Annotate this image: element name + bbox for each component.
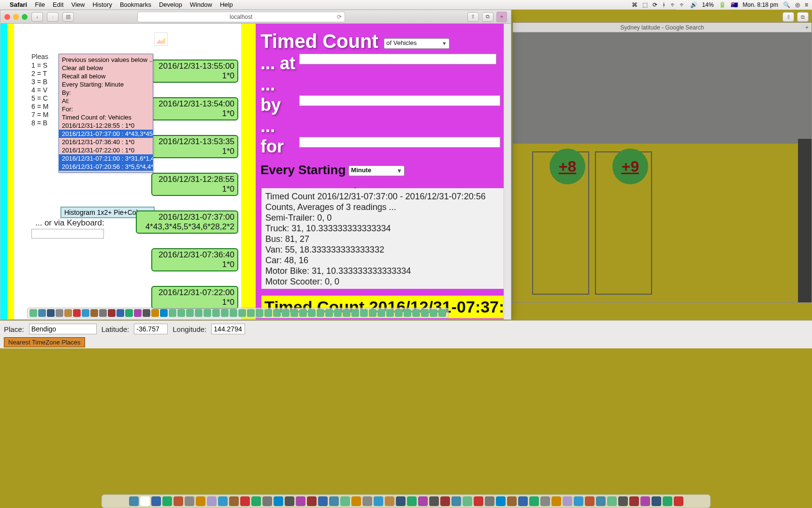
dock-app-icon[interactable] bbox=[574, 496, 583, 506]
dock-app-icon[interactable] bbox=[264, 309, 272, 317]
timestamp-box[interactable]: 2016/12/31-13:53:351*0 bbox=[151, 135, 238, 158]
dock-app-icon[interactable] bbox=[596, 496, 606, 506]
maximize-button[interactable] bbox=[22, 14, 28, 20]
dock-app-icon[interactable] bbox=[143, 309, 150, 317]
dock-app-icon[interactable] bbox=[196, 496, 205, 506]
dropdown-item[interactable]: For: bbox=[59, 105, 153, 113]
dock-app-icon[interactable] bbox=[325, 309, 333, 317]
place-input[interactable] bbox=[29, 324, 97, 334]
dock-app-icon[interactable] bbox=[203, 309, 211, 317]
dock-app-icon[interactable] bbox=[421, 309, 429, 317]
dock-app-icon[interactable] bbox=[174, 496, 183, 506]
dock-app-icon[interactable] bbox=[169, 309, 176, 317]
dock-app-icon[interactable] bbox=[334, 309, 342, 317]
dock-app-icon[interactable] bbox=[386, 309, 394, 317]
clock2[interactable]: Mon. 8:18 pm bbox=[743, 1, 778, 8]
dock-app-icon[interactable] bbox=[290, 309, 298, 317]
dock-app-icon[interactable] bbox=[640, 496, 650, 506]
dock-app-icon[interactable] bbox=[160, 309, 168, 317]
menubar-app[interactable]: Safari bbox=[10, 1, 27, 8]
dock-app-icon[interactable] bbox=[207, 496, 217, 506]
dock-app-icon[interactable] bbox=[195, 309, 203, 317]
dock-app-icon[interactable] bbox=[540, 496, 550, 506]
dock-app-icon[interactable] bbox=[374, 496, 383, 506]
menu-file[interactable]: File bbox=[35, 1, 45, 8]
sync-icon[interactable]: ⟳ bbox=[652, 1, 657, 8]
dock-app-icon[interactable] bbox=[412, 309, 420, 317]
dock-app-icon[interactable] bbox=[56, 309, 63, 317]
timestamp-box[interactable]: 2016/12/31-07:37:004*43,3*45,5*34,6*28,2… bbox=[136, 210, 238, 234]
dock-app-icon[interactable] bbox=[90, 309, 98, 317]
dropdown-item[interactable]: 2016/12/31-07:21:00 : 3*31,6*1,4*7,5 bbox=[59, 154, 153, 163]
tz-plus9-button[interactable]: +9 bbox=[612, 149, 648, 184]
dock-app-icon[interactable] bbox=[308, 309, 316, 317]
dock-app-icon[interactable] bbox=[307, 496, 317, 506]
close-button[interactable] bbox=[4, 14, 10, 20]
dock-app-icon[interactable] bbox=[116, 309, 124, 317]
dropdown-item[interactable]: 2016/12/31-07:20:56 : 3*5,5*4,4*5,6 bbox=[59, 163, 153, 171]
dock-app-icon[interactable] bbox=[151, 496, 161, 506]
status-icon[interactable]: ⌘ bbox=[632, 1, 638, 8]
dock-app-icon[interactable] bbox=[177, 309, 185, 317]
dock-app-icon[interactable] bbox=[396, 496, 406, 506]
dock-small[interactable] bbox=[27, 308, 449, 318]
dock-app-icon[interactable] bbox=[343, 309, 350, 317]
newtab-button[interactable]: + bbox=[496, 12, 507, 22]
dock-app-icon[interactable] bbox=[629, 496, 639, 506]
dock-app-icon[interactable] bbox=[212, 309, 220, 317]
dock-app-icon[interactable] bbox=[585, 496, 594, 506]
dock-app-icon[interactable] bbox=[674, 496, 683, 506]
dock-app-icon[interactable] bbox=[262, 496, 272, 506]
dock-app-icon[interactable] bbox=[247, 309, 255, 317]
dropdown-item[interactable]: Every Starting: Minute bbox=[59, 80, 153, 89]
background-browser-window[interactable]: ⇧ ⧉ Sydney latitude - Google Search+ +8 … bbox=[512, 22, 812, 303]
tz-plus8-button[interactable]: +8 bbox=[550, 149, 585, 184]
dock-app-icon[interactable] bbox=[108, 309, 116, 317]
dock-app-icon[interactable] bbox=[47, 309, 55, 317]
dock-app-icon[interactable] bbox=[485, 496, 494, 506]
dock-app-icon[interactable] bbox=[125, 309, 133, 317]
at-input[interactable] bbox=[299, 54, 496, 64]
dock-app-icon[interactable] bbox=[496, 496, 506, 506]
dock-app-icon[interactable] bbox=[299, 309, 307, 317]
dock-app-icon[interactable] bbox=[29, 309, 37, 317]
dock-app-icon[interactable] bbox=[273, 309, 281, 317]
dock-app-icon[interactable] bbox=[518, 496, 528, 506]
dock-app-icon[interactable] bbox=[451, 496, 461, 506]
dock-app-icon[interactable] bbox=[340, 496, 350, 506]
dock-app-icon[interactable] bbox=[429, 496, 439, 506]
dock-app-icon[interactable] bbox=[221, 309, 229, 317]
wifi2-icon[interactable]: ᯤ bbox=[680, 1, 685, 8]
lon-input[interactable] bbox=[211, 324, 245, 334]
share-button[interactable]: ⇧ bbox=[467, 12, 479, 22]
dock-app-icon[interactable] bbox=[296, 496, 305, 506]
timestamp-box[interactable]: 2016/12/31-13:55:001*0 bbox=[151, 60, 238, 83]
reload-icon[interactable]: ⟳ bbox=[337, 14, 342, 20]
dock-app-icon[interactable] bbox=[430, 309, 437, 317]
dock-app-icon[interactable] bbox=[282, 309, 290, 317]
dock-app-icon[interactable] bbox=[64, 309, 72, 317]
dock-app-icon[interactable] bbox=[251, 496, 261, 506]
dock-app-icon[interactable] bbox=[440, 496, 450, 506]
dock-app-icon[interactable] bbox=[140, 496, 150, 506]
dock-app-icon[interactable] bbox=[351, 309, 359, 317]
dock-app-icon[interactable] bbox=[274, 496, 283, 506]
siri2-icon[interactable]: ◎ bbox=[795, 1, 800, 8]
dock-app-icon[interactable] bbox=[463, 496, 472, 506]
dock-app-icon[interactable] bbox=[230, 309, 237, 317]
dock-app-icon[interactable] bbox=[360, 309, 368, 317]
dock-app-icon[interactable] bbox=[285, 496, 294, 506]
menu-edit[interactable]: Edit bbox=[53, 1, 63, 8]
dock-app-icon[interactable] bbox=[529, 496, 539, 506]
dock-app-icon[interactable] bbox=[73, 309, 81, 317]
dropdown-item[interactable]: Clear all below bbox=[59, 64, 153, 72]
dock-app-icon[interactable] bbox=[404, 309, 411, 317]
dock-app-icon[interactable] bbox=[407, 496, 417, 506]
dock-app-icon[interactable] bbox=[507, 496, 517, 506]
dock-app-icon[interactable] bbox=[99, 309, 107, 317]
dock-app-icon[interactable] bbox=[551, 496, 561, 506]
menu-history[interactable]: History bbox=[92, 1, 112, 8]
of-vehicles-select[interactable]: of Vehicles bbox=[384, 38, 450, 49]
dock-app-icon[interactable] bbox=[240, 496, 250, 506]
sidebar-button[interactable]: ▥ bbox=[62, 12, 74, 22]
